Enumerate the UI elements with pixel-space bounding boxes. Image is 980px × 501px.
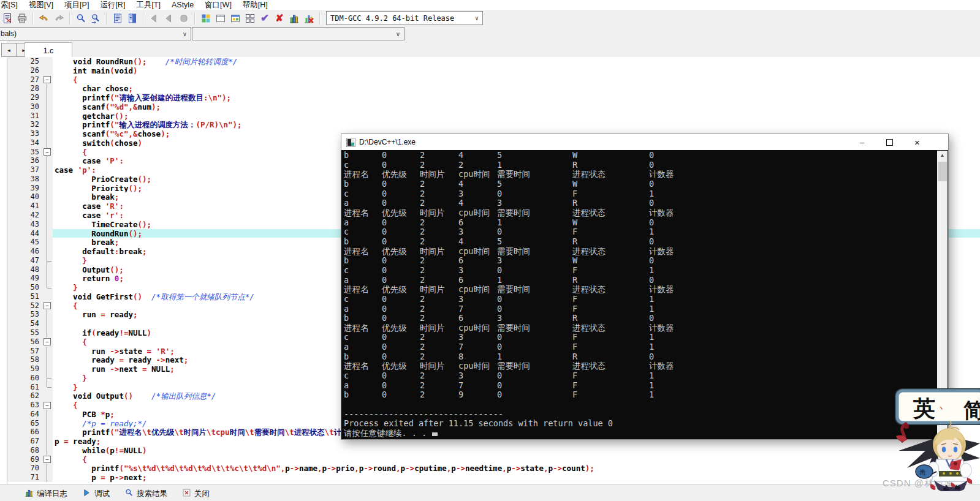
compile-button[interactable]: [199, 11, 213, 26]
fold-collapse-icon[interactable]: [42, 401, 53, 410]
syntax-check-button[interactable]: ✔: [257, 11, 272, 26]
find-next-button[interactable]: [88, 11, 103, 26]
stop-execution-button[interactable]: ✘: [272, 11, 287, 26]
profile-delete-button[interactable]: [302, 11, 316, 26]
console-title-bar[interactable]: D:\DevC++\1.exe – ×: [341, 134, 948, 150]
menu-item-1[interactable]: 视图[V]: [23, 0, 59, 11]
members-combo[interactable]: ∨: [192, 27, 405, 40]
gutter[interactable]: 57: [7, 347, 53, 356]
gutter[interactable]: 27: [7, 75, 53, 85]
fold-collapse-icon[interactable]: [42, 455, 53, 464]
gutter[interactable]: 39: [7, 184, 53, 193]
code-line-71[interactable]: 71 p = p->next;: [7, 473, 980, 482]
tab-1c[interactable]: 1.c: [25, 42, 72, 58]
report-tab-编译日志[interactable]: 编译日志: [17, 487, 75, 500]
gutter[interactable]: 40: [7, 192, 53, 202]
gutter[interactable]: 55: [7, 328, 53, 337]
menu-item-5[interactable]: AStyle: [166, 0, 199, 10]
code-line-69[interactable]: 69 {: [7, 455, 980, 464]
find-button[interactable]: [74, 11, 88, 26]
rebuild-all-button[interactable]: [243, 11, 257, 26]
gutter[interactable]: 60: [7, 374, 53, 383]
fold-collapse-icon[interactable]: [42, 75, 53, 85]
gutter[interactable]: 51: [7, 292, 53, 301]
code-line-29[interactable]: 29 printf("请输入要创建的进程数目:\n");: [7, 93, 980, 102]
gutter[interactable]: 37: [7, 165, 53, 175]
compile-run-button[interactable]: [228, 11, 243, 26]
gutter[interactable]: 30: [7, 102, 53, 111]
fold-collapse-icon[interactable]: [42, 148, 53, 157]
gutter[interactable]: 61: [7, 383, 53, 392]
redo-button[interactable]: [51, 11, 66, 26]
gutter[interactable]: 54: [7, 319, 53, 328]
gutter[interactable]: 71: [7, 473, 53, 482]
gutter[interactable]: 32: [7, 120, 53, 129]
gutter[interactable]: 58: [7, 355, 53, 364]
gutter[interactable]: 43: [7, 220, 53, 229]
gutter[interactable]: 45: [7, 238, 53, 247]
gutter[interactable]: 36: [7, 156, 53, 165]
gutter[interactable]: 26: [7, 66, 53, 75]
gutter[interactable]: 59: [7, 364, 53, 374]
gutter[interactable]: 28: [7, 84, 53, 93]
profile-button[interactable]: [287, 11, 302, 26]
gutter[interactable]: 53: [7, 310, 53, 319]
code-line-27[interactable]: 27 {: [7, 75, 980, 85]
open-project-button[interactable]: [0, 11, 15, 26]
goto-line-button[interactable]: [110, 11, 125, 26]
code-line-68[interactable]: 68 while(p!=NULL): [7, 446, 980, 455]
scroll-up-icon[interactable]: ▲: [937, 151, 948, 160]
code-line-30[interactable]: 30 scanf("%d",&num);: [7, 102, 980, 111]
report-tab-关闭[interactable]: 关闭: [175, 487, 217, 500]
menu-item-2[interactable]: 项目[P]: [59, 0, 94, 11]
gutter[interactable]: 62: [7, 391, 53, 401]
undo-button[interactable]: [37, 11, 51, 26]
gutter[interactable]: 46: [7, 247, 53, 256]
gutter[interactable]: 64: [7, 410, 53, 419]
gutter[interactable]: 69: [7, 455, 53, 464]
gutter[interactable]: 44: [7, 229, 53, 238]
gutter[interactable]: 31: [7, 111, 53, 121]
gutter[interactable]: 65: [7, 419, 53, 428]
gutter[interactable]: 48: [7, 265, 53, 274]
code-line-28[interactable]: 28 char chose;: [7, 84, 980, 93]
gutter[interactable]: 70: [7, 464, 53, 473]
gutter[interactable]: 66: [7, 428, 53, 437]
minimize-icon[interactable]: –: [848, 134, 876, 150]
scrollbar-thumb[interactable]: [938, 162, 947, 181]
report-tab-搜索结果[interactable]: 搜索结果: [117, 487, 175, 500]
menu-item-3[interactable]: 运行[R]: [94, 0, 131, 11]
report-tab-调试[interactable]: 调试: [75, 487, 117, 500]
gutter[interactable]: 68: [7, 446, 53, 455]
code-line-32[interactable]: 32 printf("输入进程的调度方法：(P/R)\n");: [7, 120, 980, 129]
fold-collapse-icon[interactable]: [42, 337, 53, 347]
gutter[interactable]: 49: [7, 274, 53, 283]
gutter[interactable]: 34: [7, 138, 53, 148]
gutter[interactable]: 63: [7, 401, 53, 410]
gutter[interactable]: 29: [7, 93, 53, 102]
gutter[interactable]: 52: [7, 301, 53, 311]
gutter[interactable]: 33: [7, 129, 53, 138]
print-button[interactable]: [15, 11, 29, 26]
gutter[interactable]: 56: [7, 337, 53, 347]
menu-item-6[interactable]: 窗口[W]: [199, 0, 237, 11]
gutter[interactable]: 50: [7, 283, 53, 292]
gutter[interactable]: 67: [7, 437, 53, 446]
gutter[interactable]: 41: [7, 202, 53, 211]
maximize-icon[interactable]: [876, 134, 903, 150]
code-line-70[interactable]: 70 printf("%s\t%d\t%d\t%d\t%d\t\t%c\t\t%…: [7, 464, 980, 473]
run-button[interactable]: [213, 11, 228, 26]
globals-combo[interactable]: bals) ∨: [0, 27, 191, 40]
gutter[interactable]: 42: [7, 211, 53, 220]
menu-item-4[interactable]: 工具[T]: [131, 0, 166, 11]
fold-collapse-icon[interactable]: [42, 301, 53, 311]
menu-item-7[interactable]: 帮助[H]: [237, 0, 273, 11]
tab-scroll-left-button[interactable]: ◂: [1, 43, 17, 57]
code-line-26[interactable]: 26 int main(void): [7, 66, 980, 75]
bookmark-button[interactable]: [125, 11, 140, 26]
code-line-31[interactable]: 31 getchar();: [7, 111, 980, 121]
close-icon[interactable]: ×: [903, 134, 931, 150]
compiler-profile-combo[interactable]: TDM-GCC 4.9.2 64-bit Release∨: [326, 11, 483, 25]
gutter[interactable]: 25: [7, 57, 53, 66]
gutter[interactable]: 38: [7, 175, 53, 184]
